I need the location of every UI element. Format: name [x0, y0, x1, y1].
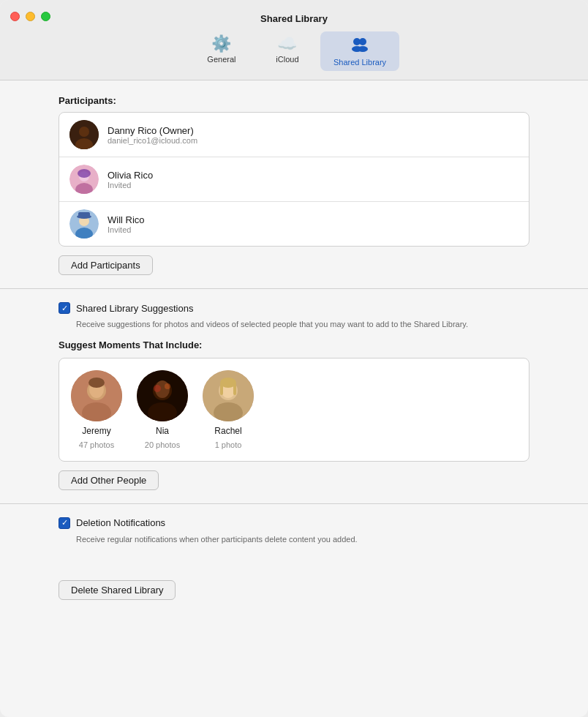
tab-shared-library-label: Shared Library — [333, 58, 386, 67]
avatar — [69, 209, 99, 239]
add-other-people-button[interactable]: Add Other People — [59, 470, 159, 490]
checkmark-icon: ✓ — [61, 519, 68, 527]
person-name: Rachel — [214, 426, 241, 436]
svg-point-3 — [358, 46, 368, 52]
shared-library-suggestions-description: Receive suggestions for photos and video… — [76, 318, 529, 331]
svg-rect-32 — [220, 383, 223, 395]
svg-point-5 — [79, 127, 89, 137]
title-bar: Shared Library ⚙️ General ☁️ iCloud — [0, 0, 588, 80]
person-name: Nia — [156, 426, 169, 436]
participant-status: Invited — [108, 225, 145, 234]
participant-info: Olivia Rico Invited — [108, 170, 153, 189]
participant-name: Olivia Rico — [108, 170, 153, 181]
participant-status: Invited — [108, 181, 153, 189]
section-divider-1 — [0, 288, 588, 289]
shared-library-icon — [350, 36, 369, 55]
participant-name: Will Rico — [108, 214, 145, 225]
suggest-people-grid: Jeremy 47 photos — [71, 370, 517, 449]
participant-info: Will Rico Invited — [108, 214, 145, 234]
participants-section-label: Participants: — [59, 95, 529, 106]
person-name: Jeremy — [82, 426, 110, 436]
deletion-notifications-label: Deletion Notifications — [76, 517, 165, 528]
shared-library-suggestions-checkbox[interactable]: ✓ — [59, 302, 70, 314]
table-row: Will Rico Invited — [59, 202, 529, 246]
checkmark-icon: ✓ — [61, 304, 68, 312]
tab-general-label: General — [207, 55, 235, 64]
svg-point-1 — [359, 38, 366, 45]
avatar — [69, 165, 99, 194]
avatar — [71, 370, 122, 421]
tab-general[interactable]: ⚙️ General — [189, 31, 255, 71]
traffic-lights — [10, 12, 50, 21]
avatar — [137, 370, 188, 421]
participants-list: Danny Rico (Owner) daniel_rico1@icloud.c… — [59, 112, 529, 247]
svg-rect-33 — [233, 383, 236, 395]
minimize-button[interactable] — [26, 12, 35, 21]
person-photo-count: 20 photos — [145, 440, 180, 449]
deletion-notifications-description: Receive regular notifications when other… — [76, 533, 529, 546]
add-participants-button[interactable]: Add Participants — [59, 255, 153, 275]
cloud-icon: ☁️ — [277, 36, 297, 52]
shared-library-suggestions-row: ✓ Shared Library Suggestions — [59, 302, 529, 314]
suggest-people-grid-container: Jeremy 47 photos — [59, 358, 529, 462]
list-item[interactable]: Jeremy 47 photos — [71, 370, 122, 449]
section-divider-2 — [0, 503, 588, 504]
gear-icon: ⚙️ — [211, 36, 231, 52]
tab-shared-library[interactable]: Shared Library — [320, 31, 399, 71]
svg-point-20 — [88, 378, 105, 388]
avatar — [69, 120, 99, 149]
table-row: Olivia Rico Invited — [59, 157, 529, 202]
participant-name: Danny Rico (Owner) — [108, 125, 197, 136]
delete-shared-library-button[interactable]: Delete Shared Library — [59, 580, 176, 600]
list-item[interactable]: Nia 20 photos — [137, 370, 188, 449]
tab-icloud-label: iCloud — [276, 55, 298, 64]
tab-icloud[interactable]: ☁️ iCloud — [255, 31, 320, 71]
deletion-notifications-checkbox[interactable]: ✓ — [59, 517, 70, 529]
window-title: Shared Library — [260, 13, 328, 24]
list-item[interactable]: Rachel 1 photo — [203, 370, 254, 449]
participant-email: daniel_rico1@icloud.com — [108, 136, 197, 145]
tab-bar: ⚙️ General ☁️ iCloud Shared Library — [189, 31, 399, 80]
svg-point-26 — [165, 383, 170, 389]
close-button[interactable] — [10, 12, 20, 21]
person-photo-count: 47 photos — [79, 440, 114, 449]
person-photo-count: 1 photo — [215, 440, 242, 449]
table-row: Danny Rico (Owner) daniel_rico1@icloud.c… — [59, 113, 529, 157]
suggest-moments-label: Suggest Moments That Include: — [59, 339, 529, 350]
maximize-button[interactable] — [41, 12, 50, 21]
svg-point-25 — [154, 385, 161, 392]
avatar — [203, 370, 254, 421]
main-content: Participants: Danny Rico (Owner) daniel_… — [0, 80, 588, 717]
svg-point-10 — [78, 169, 91, 178]
participant-info: Danny Rico (Owner) daniel_rico1@icloud.c… — [108, 125, 197, 145]
shared-library-suggestions-label: Shared Library Suggestions — [76, 303, 193, 314]
main-window: Shared Library ⚙️ General ☁️ iCloud — [0, 0, 588, 717]
svg-rect-15 — [78, 212, 90, 218]
deletion-notifications-row: ✓ Deletion Notifications — [59, 517, 529, 529]
